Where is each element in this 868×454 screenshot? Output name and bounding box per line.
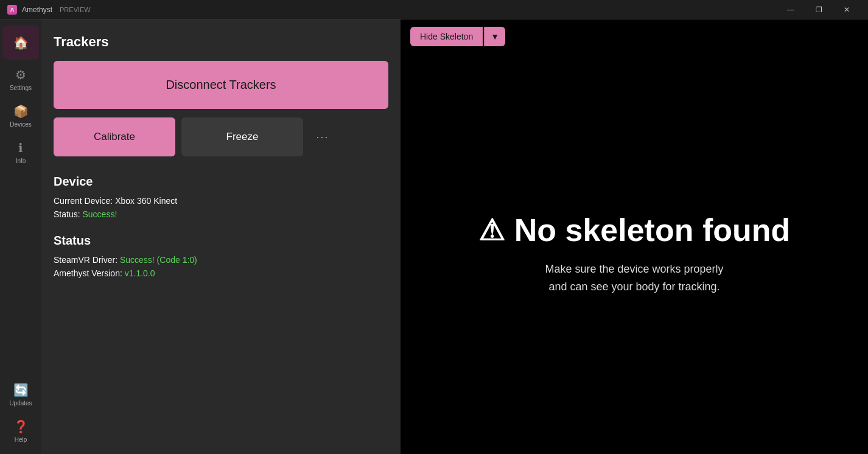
right-panel: Hide Skeleton ▼ ⚠ No skeleton found Make… (401, 19, 868, 454)
minimize-button[interactable]: — (777, 0, 805, 19)
app-title: Amethyst (22, 5, 52, 14)
close-button[interactable]: ✕ (833, 0, 861, 19)
sidebar-item-settings[interactable]: ⚙ Settings (2, 62, 39, 96)
current-device-value: Xbox 360 Kinect (115, 196, 177, 206)
titlebar-left: A Amethyst PREVIEW (7, 5, 91, 15)
sidebar-settings-label: Settings (10, 85, 32, 91)
no-skeleton-title: ⚠ No skeleton found (478, 212, 791, 248)
no-skeleton-title-text: No skeleton found (514, 212, 791, 248)
no-skeleton-subtitle: Make sure the device works properly and … (545, 260, 723, 296)
sidebar-item-help[interactable]: ❓ Help (2, 414, 39, 448)
help-icon: ❓ (13, 419, 29, 434)
device-status-label: Status: (54, 209, 80, 219)
device-section: Device Current Device: Xbox 360 Kinect S… (54, 175, 388, 219)
updates-icon: 🔄 (13, 383, 29, 397)
current-device-label: Current Device: (54, 196, 113, 206)
devices-icon: 📦 (13, 104, 29, 119)
steamvr-driver-row: SteamVR Driver: Success! (Code 1:0) (54, 255, 388, 265)
sidebar-item-home[interactable]: 🏠 (2, 26, 39, 60)
steamvr-driver-value: Success! (Code 1:0) (120, 255, 197, 265)
sidebar-item-updates[interactable]: 🔄 Updates (2, 377, 39, 411)
calibrate-button[interactable]: Calibrate (54, 117, 175, 156)
freeze-button[interactable]: Freeze (181, 117, 303, 156)
current-device-row: Current Device: Xbox 360 Kinect (54, 196, 388, 206)
settings-icon: ⚙ (15, 68, 26, 82)
titlebar: A Amethyst PREVIEW — ❐ ✕ (0, 0, 868, 19)
version-value: v1.1.0.0 (125, 268, 155, 278)
version-label: Amethyst Version: (54, 268, 122, 278)
sidebar-item-info[interactable]: ℹ Info (2, 135, 39, 169)
warning-triangle-icon: ⚠ (478, 213, 505, 247)
hide-skeleton-button[interactable]: Hide Skeleton (410, 27, 483, 46)
sidebar-item-devices[interactable]: 📦 Devices (2, 99, 39, 133)
info-icon: ℹ (18, 141, 23, 155)
device-status-value: Success! (82, 209, 117, 219)
preview-label: PREVIEW (60, 6, 91, 13)
home-icon: 🏠 (13, 35, 29, 50)
more-options-button[interactable]: ··· (309, 124, 336, 150)
sidebar-updates-label: Updates (9, 400, 32, 407)
no-skeleton-sub1: Make sure the device works properly (545, 263, 723, 275)
main-layout: 🏠 ⚙ Settings 📦 Devices ℹ Info 🔄 Updates … (0, 19, 868, 454)
no-skeleton-area: ⚠ No skeleton found Make sure the device… (401, 54, 868, 454)
left-panel: Trackers Disconnect Trackers Calibrate F… (41, 19, 401, 454)
sidebar-info-label: Info (16, 158, 26, 164)
no-skeleton-sub2: and can see your body for tracking. (548, 281, 719, 293)
sidebar-help-label: Help (15, 436, 27, 443)
restore-button[interactable]: ❐ (805, 0, 833, 19)
trackers-section-title: Trackers (54, 34, 388, 50)
steamvr-driver-label: SteamVR Driver: (54, 255, 117, 265)
device-section-title: Device (54, 175, 388, 189)
disconnect-trackers-button[interactable]: Disconnect Trackers (54, 61, 388, 109)
action-row: Calibrate Freeze ··· (54, 117, 388, 156)
right-panel-toolbar: Hide Skeleton ▼ (401, 19, 868, 54)
app-icon: A (7, 5, 17, 15)
device-status-row: Status: Success! (54, 209, 388, 219)
sidebar-devices-label: Devices (10, 121, 32, 128)
hide-skeleton-dropdown-button[interactable]: ▼ (484, 27, 505, 46)
version-row: Amethyst Version: v1.1.0.0 (54, 268, 388, 278)
sidebar: 🏠 ⚙ Settings 📦 Devices ℹ Info 🔄 Updates … (0, 19, 41, 454)
titlebar-controls: — ❐ ✕ (777, 0, 861, 19)
content-area: Trackers Disconnect Trackers Calibrate F… (41, 19, 868, 454)
status-section: Status SteamVR Driver: Success! (Code 1:… (54, 234, 388, 278)
status-section-title: Status (54, 234, 388, 248)
